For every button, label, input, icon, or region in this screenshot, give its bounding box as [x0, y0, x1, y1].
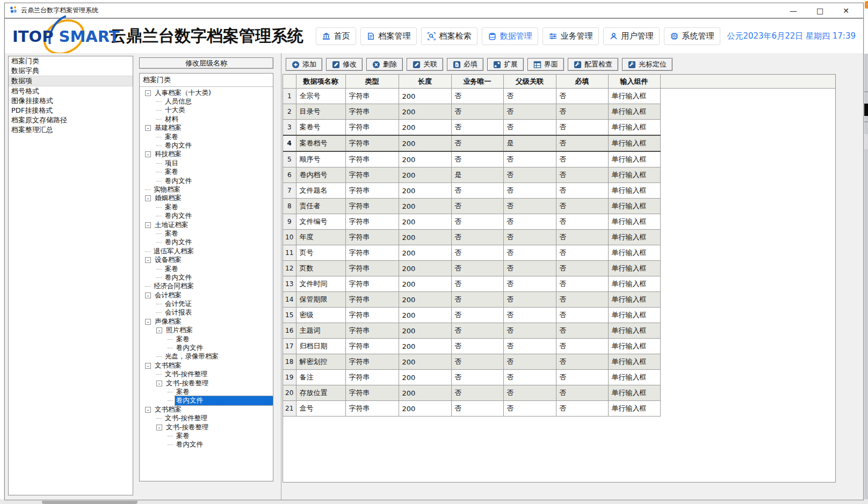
tree-collapse-icon[interactable]: -	[145, 407, 151, 413]
sidebar-item-2[interactable]: 数据字典	[9, 66, 133, 76]
tree-collapse-icon[interactable]: -	[145, 363, 151, 369]
sidebar-item-4[interactable]: 档号格式	[9, 86, 133, 96]
tree-collapse-icon[interactable]: -	[145, 195, 151, 201]
tree-node[interactable]: 案卷	[140, 203, 273, 211]
tree-node[interactable]: 材料	[140, 115, 273, 123]
tree-node[interactable]: 实物档案	[140, 185, 273, 194]
column-header[interactable]: 父级关联	[503, 75, 556, 89]
required-button[interactable]: 必填	[447, 58, 483, 71]
table-row[interactable]: 15密级字符串200否否否单行输入框	[283, 308, 835, 323]
tree-node[interactable]: 会计报表	[140, 309, 273, 317]
table-row[interactable]: 10年度字符串200否否否单行输入框	[283, 230, 835, 245]
tree-node[interactable]: 案卷	[140, 388, 273, 396]
table-row[interactable]: 1全宗号字符串200否否否单行输入框	[283, 89, 835, 104]
tree-node[interactable]: 卷内文件	[140, 273, 273, 282]
column-header[interactable]: 类型	[345, 75, 399, 89]
add-button[interactable]: 添加	[286, 58, 322, 71]
nav-data-management[interactable]: 数据管理	[482, 27, 538, 45]
tree-node[interactable]: -基建档案	[140, 124, 273, 133]
nav-archive-management[interactable]: 档案管理	[360, 27, 417, 45]
table-row[interactable]: 12页数字符串200否否否单行输入框	[283, 261, 835, 276]
table-row[interactable]: 11页号字符串200否否否单行输入框	[283, 245, 835, 261]
table-row[interactable]: 17归档日期字符串200否否否单行输入框	[283, 339, 835, 354]
tree-collapse-icon[interactable]: -	[145, 90, 151, 96]
tree-node[interactable]: -照片档案	[140, 326, 273, 335]
tree-node[interactable]: 卷内文件	[140, 141, 273, 150]
delete-button[interactable]: 删除	[366, 58, 403, 71]
sidebar-item-3[interactable]: 数据项	[9, 76, 133, 86]
tree-node[interactable]: 文书-按件整理	[140, 370, 273, 379]
tree-node[interactable]: 案卷	[140, 432, 273, 440]
table-row[interactable]: 5顺序号字符串200否否否单行输入框	[283, 151, 835, 167]
maximize-button[interactable]: □	[816, 7, 823, 14]
tree-node[interactable]: -科技档案	[140, 150, 273, 159]
tree-node[interactable]: -会计档案	[140, 291, 273, 300]
tree-node[interactable]: 卷内文件	[140, 441, 273, 449]
column-header[interactable]: 业务唯一	[451, 75, 503, 89]
background-scrollbar[interactable]	[864, 54, 868, 499]
table-row[interactable]: 4案卷档号字符串200否是否单行输入框	[283, 135, 835, 151]
tree-node[interactable]: 十大类	[140, 106, 273, 115]
tree-node[interactable]: -人事档案（十大类)	[140, 89, 273, 97]
nav-system-management[interactable]: 系统管理	[664, 27, 720, 45]
close-button[interactable]: ✕	[843, 7, 849, 14]
tree-node[interactable]: 案卷	[140, 168, 273, 177]
nav-archive-search[interactable]: 档案检索	[421, 27, 478, 45]
tree-collapse-icon[interactable]: -	[145, 319, 151, 325]
table-row[interactable]: 7文件题名字符串200否否否单行输入框	[283, 183, 835, 199]
column-header[interactable]: 数据项名称	[296, 75, 345, 89]
table-row[interactable]: 8责任者字符串200否否否单行输入框	[283, 199, 835, 214]
tree-node[interactable]: 卷内文件	[140, 211, 273, 220]
column-header[interactable]: 输入组件	[608, 75, 660, 89]
tree-collapse-icon[interactable]: -	[145, 151, 151, 157]
edit-button[interactable]: 修改	[326, 58, 363, 71]
tree-node[interactable]: 光盘，录像带档案	[140, 353, 273, 361]
nav-home[interactable]: 首页	[316, 27, 356, 45]
sidebar-item-6[interactable]: PDF挂接格式	[9, 106, 133, 115]
column-header[interactable]: 必填	[556, 75, 608, 89]
tree-node[interactable]: -土地证档案	[140, 221, 273, 229]
tree-node[interactable]: 文书-按件整理	[140, 414, 273, 422]
table-row[interactable]: 2目录号字符串200否否否单行输入框	[283, 104, 835, 120]
tree-node[interactable]: -文书-按卷整理	[140, 423, 273, 432]
table-row[interactable]: 18解密划控字符串200否否否单行输入框	[283, 354, 835, 370]
cursor-locate-button[interactable]: 光标定位	[622, 58, 672, 71]
sidebar-item-8[interactable]: 档案整理汇总	[9, 125, 133, 135]
tree-node[interactable]: 卷内文件	[140, 238, 273, 247]
sidebar-item-7[interactable]: 档案原文存储路径	[9, 115, 133, 125]
tree-collapse-icon[interactable]: -	[145, 293, 151, 298]
table-row[interactable]: 19备注字符串200否否否单行输入框	[283, 370, 835, 385]
config-check-button[interactable]: 配置检查	[568, 58, 618, 71]
tree-collapse-icon[interactable]: -	[156, 425, 162, 430]
tree-node[interactable]: 经济合同档案	[140, 282, 273, 291]
tree-node[interactable]: -设备档案	[140, 255, 273, 264]
tree-collapse-icon[interactable]: -	[145, 125, 151, 131]
tree-node[interactable]: -婚姻档案	[140, 194, 273, 203]
sidebar-item-1[interactable]: 档案门类	[9, 56, 133, 66]
tree-node[interactable]: 卷内文件	[140, 177, 273, 185]
tree-node[interactable]: -声像档案	[140, 317, 273, 326]
tree-node[interactable]: -文书档案	[140, 361, 273, 370]
ui-button[interactable]: 界面	[527, 58, 564, 71]
tree-node[interactable]: 退伍军人档案	[140, 247, 273, 255]
tree-collapse-icon[interactable]: -	[145, 222, 151, 228]
tree-node[interactable]: 会计凭证	[140, 300, 273, 308]
nav-business-management[interactable]: 业务管理	[542, 27, 599, 45]
tree-node[interactable]: 案卷	[140, 229, 273, 238]
tree-node[interactable]: 案卷	[140, 265, 273, 273]
table-row[interactable]: 20存放位置字符串200否否否单行输入框	[283, 385, 835, 401]
table-row[interactable]: 16主题词字符串200否否否单行输入框	[283, 323, 835, 339]
tree-collapse-icon[interactable]: -	[156, 381, 162, 386]
tree-node[interactable]: 卷内文件	[140, 344, 273, 352]
relate-button[interactable]: 关联	[407, 58, 443, 71]
sidebar-item-5[interactable]: 图像挂接格式	[9, 96, 133, 106]
tree-collapse-icon[interactable]: -	[145, 257, 151, 263]
table-row[interactable]: 6卷内档号字符串200是否否单行输入框	[283, 167, 835, 183]
table-row[interactable]: 21盒号字符串200否否否单行输入框	[283, 401, 835, 417]
table-row[interactable]: 13文件时间字符串200否否否单行输入框	[283, 276, 835, 292]
minimize-button[interactable]: —	[790, 7, 797, 14]
tree-node[interactable]: 案卷	[140, 335, 273, 344]
tree-node[interactable]: -文书-按卷整理	[140, 379, 273, 388]
scrollbar-thumb[interactable]	[864, 104, 868, 116]
column-header[interactable]	[283, 75, 296, 89]
